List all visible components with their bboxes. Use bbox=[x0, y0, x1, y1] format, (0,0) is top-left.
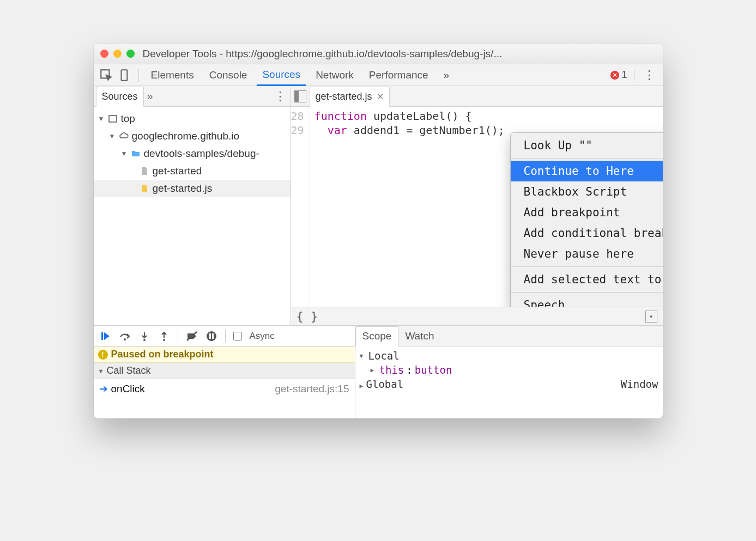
ctx-add-to-watches[interactable]: Add selected text to watches bbox=[511, 269, 663, 290]
error-count-badge[interactable]: ✕ 1 bbox=[610, 69, 627, 81]
folder-icon bbox=[131, 149, 141, 159]
scope-this[interactable]: ▶ this: button bbox=[360, 363, 658, 377]
disclosure-triangle-icon[interactable]: ▼ bbox=[109, 132, 116, 140]
ctx-continue-to-here[interactable]: Continue to Here bbox=[511, 161, 663, 181]
inspect-element-icon[interactable] bbox=[99, 68, 113, 82]
toggle-navigator-icon[interactable] bbox=[294, 90, 306, 102]
devtools-tabbar: Elements Console Sources Network Perform… bbox=[94, 64, 663, 86]
warning-icon: ! bbox=[98, 350, 108, 360]
frame-icon bbox=[108, 114, 118, 124]
tree-label: get-started.js bbox=[153, 183, 213, 194]
file-icon bbox=[140, 166, 149, 176]
frame-location[interactable]: get-started.js:15 bbox=[275, 383, 349, 395]
editor-footer-dropdown-icon[interactable]: ▾ bbox=[645, 311, 657, 323]
svg-rect-9 bbox=[209, 333, 211, 339]
svg-point-8 bbox=[207, 331, 216, 341]
svg-rect-3 bbox=[101, 332, 103, 340]
tree-label: get-started bbox=[153, 165, 202, 177]
tree-file-html[interactable]: get-started bbox=[94, 162, 291, 180]
zoom-window-button[interactable] bbox=[126, 50, 135, 58]
async-label: Async bbox=[250, 331, 275, 342]
scope-this-value: button bbox=[415, 364, 452, 376]
frame-name: onClick bbox=[111, 383, 145, 394]
editor-footer: { } ▾ bbox=[291, 307, 663, 325]
deactivate-breakpoints-icon[interactable] bbox=[186, 330, 198, 342]
tree-file-js[interactable]: get-started.js bbox=[94, 180, 291, 197]
stack-frame[interactable]: ➔onClick get-started.js:15 bbox=[94, 379, 355, 398]
tree-top-frame[interactable]: ▼ top bbox=[94, 110, 291, 127]
pause-on-exceptions-icon[interactable] bbox=[205, 330, 217, 342]
file-tab[interactable]: get-started.js ✕ bbox=[310, 87, 390, 107]
settings-menu-icon[interactable]: ⋮ bbox=[641, 68, 657, 82]
scope-body: ▼ Local ▶ this: button ▶Global Window bbox=[355, 347, 663, 418]
tree-label: googlechrome.github.io bbox=[132, 130, 240, 142]
file-js-icon bbox=[140, 184, 149, 193]
tab-watch[interactable]: Watch bbox=[398, 326, 440, 346]
separator bbox=[634, 69, 634, 82]
ctx-lookup[interactable]: Look Up "" bbox=[511, 135, 663, 156]
tab-elements[interactable]: Elements bbox=[146, 64, 199, 86]
ctx-add-breakpoint[interactable]: Add breakpoint bbox=[511, 202, 663, 223]
close-tab-icon[interactable]: ✕ bbox=[377, 92, 384, 102]
step-over-icon[interactable] bbox=[119, 330, 131, 342]
ctx-speech[interactable]: Speech▶ bbox=[511, 295, 663, 307]
navigator-tabs-overflow[interactable]: » bbox=[144, 90, 156, 102]
paused-message: ! Paused on breakpoint bbox=[94, 347, 355, 363]
async-checkbox[interactable] bbox=[233, 332, 242, 341]
file-tree: ▼ top ▼ googlechrome.github.io ▼ devtool… bbox=[94, 107, 291, 200]
code-editor: get-started.js ✕ 28 29 function updateLa… bbox=[291, 86, 663, 325]
line-number[interactable]: 28 bbox=[291, 109, 304, 123]
tree-label: devtools-samples/debug- bbox=[144, 148, 259, 160]
code-area[interactable]: 28 29 function updateLabel() { var adden… bbox=[291, 107, 663, 307]
cloud-icon bbox=[119, 131, 129, 141]
step-out-icon[interactable] bbox=[158, 330, 170, 342]
tree-folder[interactable]: ▼ devtools-samples/debug- bbox=[94, 145, 291, 162]
disclosure-triangle-icon[interactable]: ▶ bbox=[360, 382, 366, 390]
context-menu: Look Up "" Continue to Here Blackbox Scr… bbox=[510, 132, 663, 307]
close-window-button[interactable] bbox=[100, 50, 108, 58]
devtools-window: Developer Tools - https://googlechrome.g… bbox=[94, 44, 663, 418]
line-gutter[interactable]: 28 29 bbox=[291, 107, 309, 307]
tab-scope[interactable]: Scope bbox=[355, 326, 399, 347]
ctx-blackbox-script[interactable]: Blackbox Script bbox=[511, 181, 663, 202]
separator bbox=[138, 69, 139, 82]
pretty-print-icon[interactable]: { } bbox=[297, 309, 318, 323]
titlebar: Developer Tools - https://googlechrome.g… bbox=[94, 44, 663, 64]
error-count: 1 bbox=[621, 69, 627, 81]
tab-console[interactable]: Console bbox=[204, 64, 253, 86]
scope-global[interactable]: ▶Global Window bbox=[360, 377, 658, 391]
line-number[interactable]: 29 bbox=[291, 123, 304, 137]
disclosure-triangle-icon[interactable]: ▼ bbox=[98, 115, 105, 123]
menu-separator bbox=[511, 158, 663, 159]
ctx-never-pause-here[interactable]: Never pause here bbox=[511, 244, 663, 264]
disclosure-triangle-icon[interactable]: ▼ bbox=[360, 352, 366, 360]
tabs-overflow[interactable]: » bbox=[438, 64, 455, 86]
tab-performance[interactable]: Performance bbox=[364, 64, 434, 86]
tab-network[interactable]: Network bbox=[310, 64, 359, 86]
disclosure-triangle-icon[interactable]: ▼ bbox=[121, 150, 128, 157]
error-icon: ✕ bbox=[610, 71, 619, 80]
debugger-panel: Async ! Paused on breakpoint ▼ Call Stac… bbox=[94, 326, 663, 418]
scope-global-value: Window bbox=[621, 378, 658, 390]
ctx-add-conditional-breakpoint[interactable]: Add conditional breakpoint… bbox=[511, 223, 663, 244]
device-toolbar-icon[interactable] bbox=[118, 68, 132, 82]
tab-sources[interactable]: Sources bbox=[257, 65, 306, 86]
minimize-window-button[interactable] bbox=[113, 50, 122, 58]
current-frame-arrow-icon: ➔ bbox=[99, 383, 108, 394]
callstack-header[interactable]: ▼ Call Stack bbox=[94, 363, 355, 379]
debugger-toolbar: Async bbox=[94, 326, 355, 347]
navigator-tab-sources[interactable]: Sources bbox=[96, 87, 144, 107]
scope-local[interactable]: ▼ Local bbox=[360, 349, 658, 363]
tree-domain[interactable]: ▼ googlechrome.github.io bbox=[94, 127, 291, 145]
svg-point-5 bbox=[143, 339, 146, 341]
svg-rect-1 bbox=[121, 70, 127, 81]
disclosure-triangle-icon[interactable]: ▶ bbox=[371, 367, 377, 374]
svg-point-4 bbox=[124, 338, 126, 341]
navigator-menu-icon[interactable]: ⋮ bbox=[272, 89, 288, 104]
resume-icon[interactable] bbox=[99, 330, 111, 342]
step-into-icon[interactable] bbox=[138, 330, 150, 342]
window-title: Developer Tools - https://googlechrome.g… bbox=[143, 48, 656, 60]
disclosure-triangle-icon[interactable]: ▼ bbox=[98, 368, 105, 374]
scope-this-key: this bbox=[379, 364, 404, 376]
svg-rect-10 bbox=[212, 333, 214, 339]
